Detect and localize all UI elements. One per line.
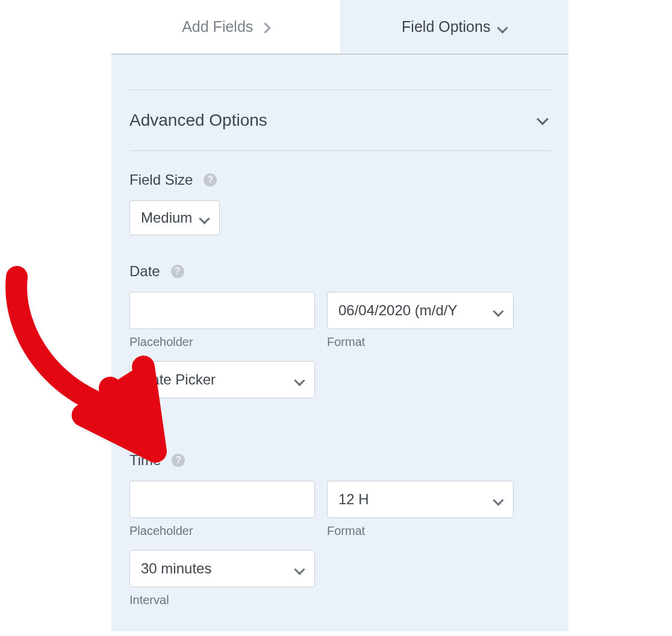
time-format-sublabel: Format xyxy=(327,524,514,538)
chevron-down-icon xyxy=(538,115,550,126)
time-interval-value: 30 minutes xyxy=(141,560,211,577)
tab-add-fields[interactable]: Add Fields xyxy=(111,0,340,54)
chevron-down-icon xyxy=(494,491,502,508)
help-icon[interactable]: ? xyxy=(172,454,185,467)
date-format-select[interactable]: 06/04/2020 (m/d/Y xyxy=(327,292,514,329)
chevron-right-icon xyxy=(261,18,269,36)
time-label-row: Time ? xyxy=(129,452,550,469)
time-format-value: 12 H xyxy=(338,491,369,508)
time-interval-select[interactable]: 30 minutes xyxy=(129,550,315,587)
date-format-value: 06/04/2020 (m/d/Y xyxy=(338,302,457,319)
field-size-label-row: Field Size ? xyxy=(129,171,550,188)
tab-add-fields-label: Add Fields xyxy=(182,18,253,36)
tab-field-options-label: Field Options xyxy=(402,18,490,36)
date-type-value: Date Picker xyxy=(141,371,216,388)
help-icon[interactable]: ? xyxy=(204,173,217,187)
date-label-row: Date ? xyxy=(129,263,550,280)
chevron-down-icon xyxy=(499,18,506,36)
advanced-options-accordion[interactable]: Advanced Options xyxy=(129,90,550,151)
time-placeholder-sublabel: Placeholder xyxy=(129,524,315,538)
date-placeholder-input[interactable] xyxy=(129,292,315,329)
chevron-down-icon xyxy=(296,371,303,388)
chevron-down-icon xyxy=(494,302,502,319)
date-placeholder-sublabel: Placeholder xyxy=(129,335,315,349)
field-options-panel: Add Fields Field Options Advanced Option… xyxy=(111,0,568,631)
field-size-label: Field Size xyxy=(129,171,193,188)
date-type-sublabel: Type xyxy=(129,404,315,418)
time-format-select[interactable]: 12 H xyxy=(327,481,514,518)
tabs: Add Fields Field Options xyxy=(111,0,568,55)
accordion-title: Advanced Options xyxy=(129,111,267,130)
help-icon[interactable]: ? xyxy=(171,265,184,278)
chevron-down-icon xyxy=(296,560,303,577)
date-format-sublabel: Format xyxy=(327,335,514,349)
time-placeholder-input[interactable] xyxy=(129,481,315,518)
panel-body: Advanced Options Field Size ? Medium Dat… xyxy=(111,90,568,631)
chevron-down-icon xyxy=(201,209,208,226)
tab-field-options[interactable]: Field Options xyxy=(340,0,569,54)
date-label: Date xyxy=(129,263,160,280)
time-interval-sublabel: Interval xyxy=(129,593,315,607)
time-label: Time xyxy=(129,452,161,469)
field-size-value: Medium xyxy=(141,209,192,226)
field-size-select[interactable]: Medium xyxy=(129,200,220,235)
date-type-select[interactable]: Date Picker xyxy=(129,361,315,398)
